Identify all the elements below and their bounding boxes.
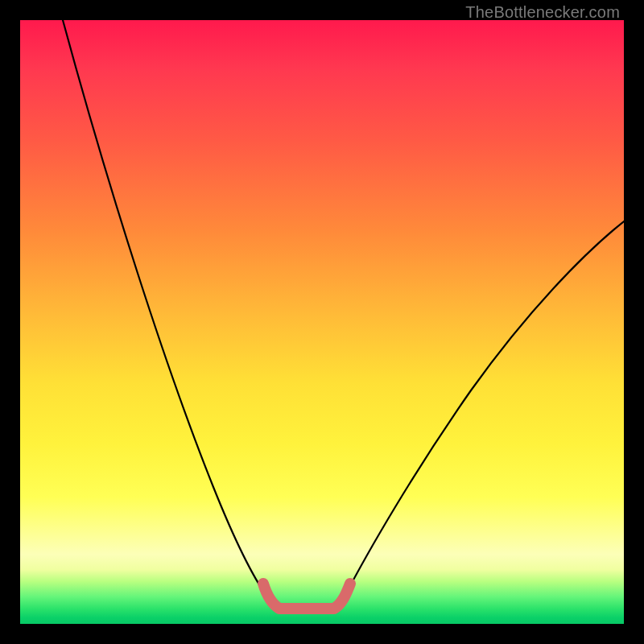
curve-left — [63, 20, 268, 598]
valley-highlight — [263, 584, 350, 609]
curve-layer — [20, 20, 624, 624]
curve-right — [344, 221, 624, 598]
plot-area — [20, 20, 624, 624]
watermark-text: TheBottlenecker.com — [465, 3, 620, 22]
chart-frame: TheBottlenecker.com — [0, 0, 644, 644]
